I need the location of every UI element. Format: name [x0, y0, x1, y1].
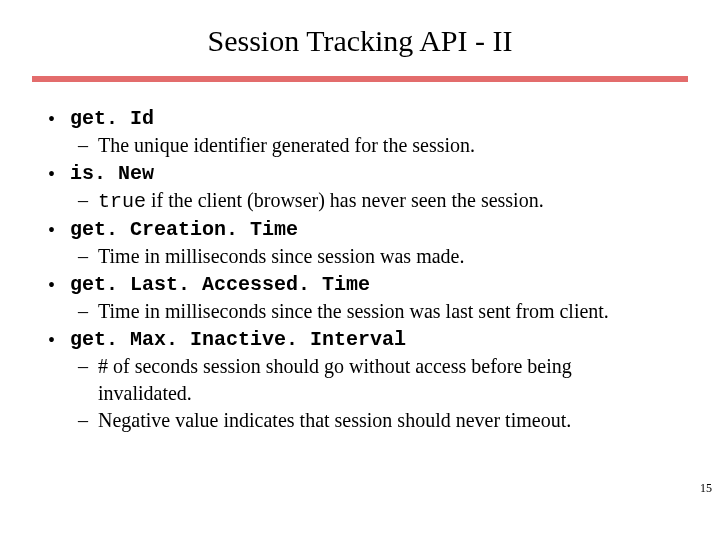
- sub-item-text: true if the client (browser) has never s…: [98, 189, 544, 211]
- dash-icon: –: [78, 243, 88, 270]
- slide: Session Tracking API - II • get. Id – Th…: [0, 0, 720, 540]
- bullet-item: • is. New: [42, 159, 662, 187]
- api-method-name: is. New: [70, 162, 154, 185]
- sub-item-text: # of seconds session should go without a…: [98, 355, 572, 404]
- api-method-name: get. Id: [70, 107, 154, 130]
- sub-item-text: Negative value indicates that session sh…: [98, 409, 571, 431]
- bullet-item: • get. Id: [42, 104, 662, 132]
- sub-item: – true if the client (browser) has never…: [42, 187, 662, 215]
- page-number: 15: [700, 481, 712, 496]
- dash-icon: –: [78, 132, 88, 159]
- sub-item-text: Time in milliseconds since the session w…: [98, 300, 609, 322]
- bullet-dot-icon: •: [48, 161, 55, 188]
- dash-icon: –: [78, 407, 88, 434]
- content-area: • get. Id – The unique identifier genera…: [42, 104, 662, 434]
- api-method-name: get. Creation. Time: [70, 218, 298, 241]
- bullet-item: • get. Creation. Time: [42, 215, 662, 243]
- slide-title: Session Tracking API - II: [0, 24, 720, 58]
- api-method-name: get. Max. Inactive. Interval: [70, 328, 406, 351]
- code-inline: true: [98, 190, 146, 213]
- sub-item-text: The unique identifier generated for the …: [98, 134, 475, 156]
- bullet-item: • get. Max. Inactive. Interval: [42, 325, 662, 353]
- sub-item: – The unique identifier generated for th…: [42, 132, 662, 159]
- sub-item: – Negative value indicates that session …: [42, 407, 662, 434]
- bullet-dot-icon: •: [48, 327, 55, 354]
- bullet-dot-icon: •: [48, 106, 55, 133]
- sub-item-text-tail: if the client (browser) has never seen t…: [146, 189, 544, 211]
- title-rule: [32, 76, 688, 82]
- bullet-dot-icon: •: [48, 272, 55, 299]
- dash-icon: –: [78, 187, 88, 214]
- sub-item-text: Time in milliseconds since session was m…: [98, 245, 464, 267]
- bullet-item: • get. Last. Accessed. Time: [42, 270, 662, 298]
- bullet-dot-icon: •: [48, 217, 55, 244]
- dash-icon: –: [78, 298, 88, 325]
- sub-item: – Time in milliseconds since the session…: [42, 298, 662, 325]
- dash-icon: –: [78, 353, 88, 380]
- api-method-name: get. Last. Accessed. Time: [70, 273, 370, 296]
- sub-item: – Time in milliseconds since session was…: [42, 243, 662, 270]
- sub-item: – # of seconds session should go without…: [42, 353, 662, 407]
